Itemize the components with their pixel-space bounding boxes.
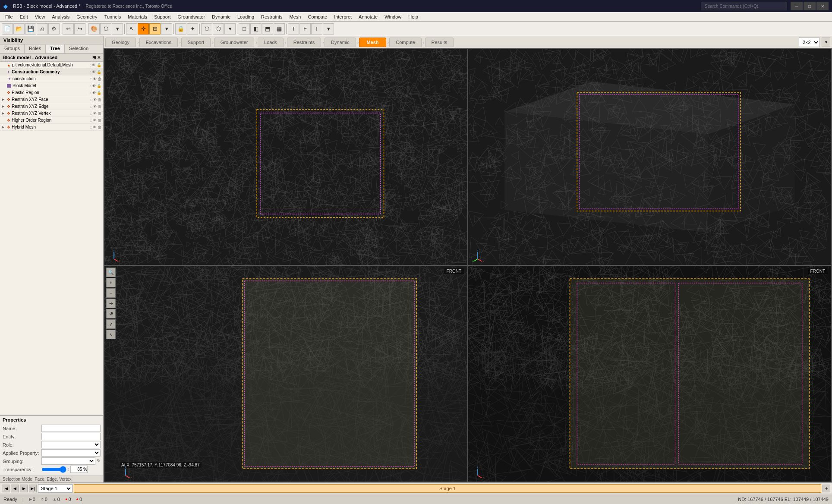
tab-support[interactable]: Support (181, 38, 211, 47)
pit-mesh-move[interactable]: ↕ (89, 63, 91, 67)
tab-roles[interactable]: Roles (25, 44, 46, 53)
plastic-lock[interactable]: 🔒 (97, 91, 101, 95)
block-eye[interactable]: 👁 (92, 84, 96, 88)
tab-mesh[interactable]: Mesh (359, 38, 386, 47)
view-opt-btn[interactable]: ▾ (112, 23, 123, 35)
view-front[interactable]: F (299, 23, 311, 35)
prop-applied-select[interactable] (41, 449, 101, 457)
grid-expand-btn[interactable]: ▾ (822, 38, 830, 47)
redo-btn[interactable]: ↪ (74, 23, 85, 35)
restrain-vertex-del[interactable]: 🗑 (98, 111, 101, 116)
viewport-topleft[interactable]: Z X (104, 49, 467, 265)
tree-item-restrain-vertex[interactable]: ▶ ❖ Restrain XYZ Vertex ↕ 👁 🗑 (0, 110, 103, 117)
view3d-btn[interactable]: ⬡ (100, 23, 111, 35)
menu-interpret[interactable]: Interpret (331, 13, 355, 20)
restrain-vertex-expand[interactable]: ▶ (2, 111, 7, 115)
zoom-fit-btn[interactable]: 🔍 (106, 268, 116, 277)
tab-groups[interactable]: Groups (0, 44, 25, 53)
tab-excavations[interactable]: Excavations (139, 38, 178, 47)
open-btn[interactable]: 📂 (13, 23, 25, 35)
print-btn[interactable]: 🖨 (37, 23, 48, 35)
tree-item-block-model[interactable]: Block Model ↕ 👁 🔒 (0, 82, 103, 89)
maximize-btn[interactable]: □ (804, 2, 816, 10)
tab-restraints[interactable]: Restraints (287, 38, 321, 47)
restrain-vertex-move[interactable]: ↕ (90, 111, 92, 116)
pit-mesh-lock[interactable]: 🔒 (97, 63, 101, 67)
restrain-edge-del[interactable]: 🗑 (98, 104, 101, 109)
undo-btn[interactable]: ↩ (63, 23, 74, 35)
tree-header-icon1[interactable]: ⊞ (92, 55, 96, 60)
zoom-in-btn[interactable]: + (106, 278, 116, 287)
higher-order-del[interactable]: 🗑 (98, 118, 101, 123)
restrain-face-expand[interactable]: ▶ (2, 98, 7, 101)
menu-mesh[interactable]: Mesh (286, 13, 305, 20)
rotate-view-btn[interactable]: ↺ (106, 309, 116, 318)
viewport-topright[interactable]: Z X Y (468, 49, 831, 265)
restrain-face-del[interactable]: 🗑 (98, 98, 101, 102)
rotate-btn[interactable]: ⊞ (149, 23, 161, 35)
search-input[interactable] (701, 2, 787, 10)
menu-materials[interactable]: Materials (124, 13, 151, 20)
move-btn[interactable]: ✛ (138, 23, 149, 35)
menu-edit[interactable]: Edit (16, 13, 32, 20)
tree-item-construction[interactable]: ✦ construction ↕ 👁 🗑 (0, 76, 103, 82)
lock-btn[interactable]: 🔒 (175, 23, 186, 35)
restrain-vertex-eye[interactable]: 👁 (93, 111, 97, 116)
const-geo-move[interactable]: ↕ (89, 70, 91, 74)
menu-annotate[interactable]: Annotate (355, 13, 381, 20)
restrain-edge-move[interactable]: ↕ (90, 104, 92, 109)
tree-item-plastic[interactable]: ❖ Plastic Region ↕ 👁 🔒 (0, 89, 103, 96)
tree-item-higher-order[interactable]: ❖ Higher Order Region ↕ 👁 🗑 (0, 117, 103, 124)
prop-entity-input[interactable] (41, 433, 101, 440)
menu-analysis[interactable]: Analysis (48, 13, 73, 20)
zoom-out-btn[interactable]: − (106, 288, 116, 298)
higher-order-move[interactable]: ↕ (90, 118, 92, 123)
close-btn[interactable]: ✕ (816, 2, 829, 10)
stage-play-btn[interactable]: ▶ (20, 485, 28, 492)
tab-tree[interactable]: Tree (46, 44, 65, 53)
settings-btn[interactable]: ⚙ (48, 23, 60, 35)
mesh3-btn[interactable]: ▾ (224, 23, 236, 35)
menu-support[interactable]: Support (151, 13, 174, 20)
prop-role-select[interactable] (41, 441, 101, 448)
hybrid-del[interactable]: 🗑 (98, 125, 101, 129)
plastic-move[interactable]: ↕ (89, 91, 91, 95)
restrain-face-move[interactable]: ↕ (90, 98, 92, 102)
restrain-edge-eye[interactable]: 👁 (93, 104, 97, 109)
block-lock[interactable]: 🔒 (97, 84, 101, 88)
menu-loading[interactable]: Loading (234, 13, 258, 20)
tree-item-restrain-face[interactable]: ▶ ❖ Restrain XYZ Face ↕ 👁 🗑 (0, 96, 103, 103)
tab-loads[interactable]: Loads (258, 38, 284, 47)
hybrid-eye[interactable]: 👁 (93, 125, 97, 129)
menu-restraints[interactable]: Restraints (258, 13, 286, 20)
tab-geology[interactable]: Geology (105, 38, 136, 47)
prop-name-input[interactable] (41, 425, 101, 432)
save-btn[interactable]: 💾 (25, 23, 36, 35)
menu-dynamic[interactable]: Dynamic (208, 13, 234, 20)
viewport-bottomleft[interactable]: 🔍 + − ✛ ↺ ⤢ ⤡ FRONT At X: 757157.17, Y:1… (104, 266, 467, 482)
block-move[interactable]: ↕ (89, 84, 91, 88)
tab-results[interactable]: Results (425, 38, 454, 47)
pit-mesh-eye[interactable]: 👁 (92, 63, 96, 67)
hybrid-move[interactable]: ↕ (90, 125, 92, 129)
transparency-slider[interactable] (41, 466, 69, 473)
menu-help[interactable]: Help (405, 13, 422, 20)
menu-compute[interactable]: Compute (305, 13, 331, 20)
menu-groundwater[interactable]: Groundwater (174, 13, 209, 20)
stage-select[interactable]: Stage 1 (38, 484, 72, 493)
construction-del[interactable]: 🗑 (98, 77, 101, 81)
color-btn[interactable]: 🎨 (88, 23, 100, 35)
construction-eye[interactable]: 👁 (93, 77, 97, 81)
menu-file[interactable]: File (2, 13, 16, 20)
higher-order-eye[interactable]: 👁 (93, 118, 97, 123)
cam2-btn[interactable]: ◧ (250, 23, 262, 35)
view-top[interactable]: T (288, 23, 299, 35)
restrain-edge-expand[interactable]: ▶ (2, 104, 7, 108)
cam3-btn[interactable]: ⬒ (262, 23, 273, 35)
tab-groundwater[interactable]: Groundwater (214, 38, 255, 47)
snap-btn[interactable]: ✦ (187, 23, 198, 35)
const-geo-lock[interactable]: 🔒 (97, 70, 101, 74)
cam4-btn[interactable]: ▦ (274, 23, 285, 35)
view-extra[interactable]: ▾ (323, 23, 334, 35)
mesh1-btn[interactable]: ⬡ (201, 23, 212, 35)
